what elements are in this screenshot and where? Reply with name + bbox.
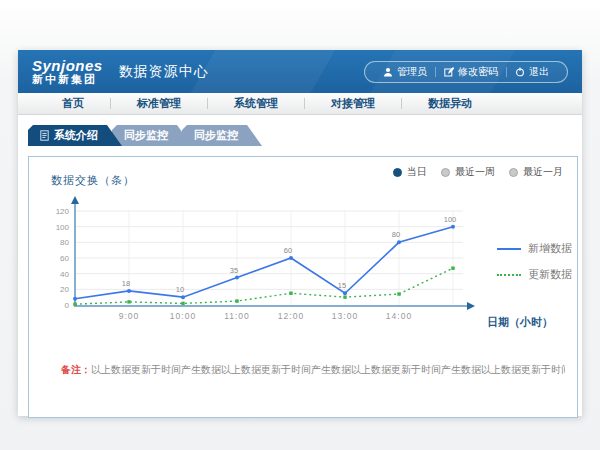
- svg-text:0: 0: [65, 301, 70, 310]
- chart-svg: 0204060801001209:0010:0011:0012:0013:001…: [35, 195, 509, 333]
- radio-label: 最近一月: [523, 165, 563, 179]
- brand-logo: Synjones 新中新集团: [32, 58, 103, 85]
- svg-text:120: 120: [56, 207, 70, 216]
- svg-text:60: 60: [60, 254, 69, 263]
- radio-dot: [509, 168, 518, 177]
- series-legend: 新增数据更新数据: [497, 241, 572, 282]
- user-account-button[interactable]: 管理员: [375, 65, 435, 79]
- radio-当日[interactable]: 当日: [393, 165, 427, 179]
- nav-item-1[interactable]: 首页: [36, 96, 110, 111]
- svg-text:100: 100: [444, 215, 457, 224]
- tab-label: 同步监控: [194, 128, 238, 143]
- tab-label: 系统介绍: [54, 128, 98, 143]
- edit-icon: [444, 67, 454, 77]
- app-header: Synjones 新中新集团 数据资源中心 管理员 修改密码: [18, 50, 582, 93]
- change-password-label: 修改密码: [458, 65, 498, 79]
- svg-text:10:00: 10:00: [170, 311, 196, 321]
- nav-item-4[interactable]: 对接管理: [305, 96, 401, 111]
- svg-text:15: 15: [338, 281, 346, 290]
- svg-text:18: 18: [122, 279, 130, 288]
- legend-item-1: 新增数据: [497, 241, 572, 256]
- tab-label: 同步监控: [124, 128, 168, 143]
- svg-text:11:00: 11:00: [224, 311, 250, 321]
- svg-text:10: 10: [176, 285, 184, 294]
- power-icon: [515, 67, 525, 77]
- svg-text:100: 100: [56, 223, 70, 232]
- main-content: 系统介绍同步监控同步监控 当日最近一周最近一月 数据交换（条） 02040608…: [18, 115, 582, 416]
- svg-text:80: 80: [60, 238, 69, 247]
- page-title: 数据资源中心: [119, 63, 209, 81]
- tab-bar: 系统介绍同步监控同步监控: [18, 115, 582, 146]
- tab-1[interactable]: 系统介绍: [28, 125, 122, 146]
- main-nav: 首页标准管理系统管理对接管理数据异动: [18, 93, 582, 115]
- change-password-button[interactable]: 修改密码: [436, 65, 506, 79]
- document-icon: [40, 130, 49, 141]
- x-axis-title: 日期（小时）: [487, 315, 553, 330]
- svg-text:80: 80: [392, 230, 400, 239]
- svg-text:13:00: 13:00: [332, 311, 358, 321]
- nav-item-5[interactable]: 数据异动: [402, 96, 498, 111]
- radio-dot: [441, 168, 450, 177]
- user-menu: 管理员 修改密码 退出: [364, 61, 568, 83]
- footnote-prefix: 备注：: [61, 364, 91, 375]
- username-label: 管理员: [397, 65, 427, 79]
- legend-label: 更新数据: [528, 267, 572, 282]
- y-axis-title: 数据交换（条）: [51, 173, 135, 188]
- legend-line-sample: [497, 248, 521, 250]
- legend-item-2: 更新数据: [497, 267, 572, 282]
- nav-item-3[interactable]: 系统管理: [208, 96, 304, 111]
- brand-logo-cn: 新中新集团: [32, 74, 103, 86]
- svg-text:40: 40: [60, 270, 69, 279]
- logout-label: 退出: [529, 65, 549, 79]
- svg-text:60: 60: [284, 246, 292, 255]
- radio-最近一月[interactable]: 最近一月: [509, 165, 563, 179]
- radio-label: 当日: [407, 165, 427, 179]
- svg-text:35: 35: [230, 266, 238, 275]
- svg-text:14:00: 14:00: [386, 311, 412, 321]
- footnote: 备注：以上数据更新于时间产生数据以上数据更新于时间产生数据以上数据更新于时间产生…: [61, 363, 565, 377]
- app-window: Synjones 新中新集团 数据资源中心 管理员 修改密码: [18, 50, 582, 416]
- user-icon: [383, 67, 393, 77]
- nav-item-2[interactable]: 标准管理: [111, 96, 207, 111]
- radio-dot: [393, 168, 402, 177]
- line-chart: 0204060801001209:0010:0011:0012:0013:001…: [35, 195, 509, 333]
- legend-label: 新增数据: [528, 241, 572, 256]
- time-range-filter: 当日最近一周最近一月: [393, 165, 563, 179]
- svg-text:9:00: 9:00: [119, 311, 140, 321]
- legend-line-sample: [497, 274, 521, 276]
- tab-3[interactable]: 同步监控: [182, 125, 262, 146]
- footnote-text: 以上数据更新于时间产生数据以上数据更新于时间产生数据以上数据更新于时间产生数据以…: [91, 364, 565, 375]
- radio-label: 最近一周: [455, 165, 495, 179]
- logout-button[interactable]: 退出: [507, 65, 557, 79]
- tab-2[interactable]: 同步监控: [112, 125, 192, 146]
- svg-text:12:00: 12:00: [278, 311, 304, 321]
- chart-panel: 当日最近一周最近一月 数据交换（条） 0204060801001209:0010…: [28, 156, 578, 418]
- brand-logo-en: Synjones: [32, 58, 103, 74]
- svg-text:20: 20: [60, 285, 69, 294]
- radio-最近一周[interactable]: 最近一周: [441, 165, 495, 179]
